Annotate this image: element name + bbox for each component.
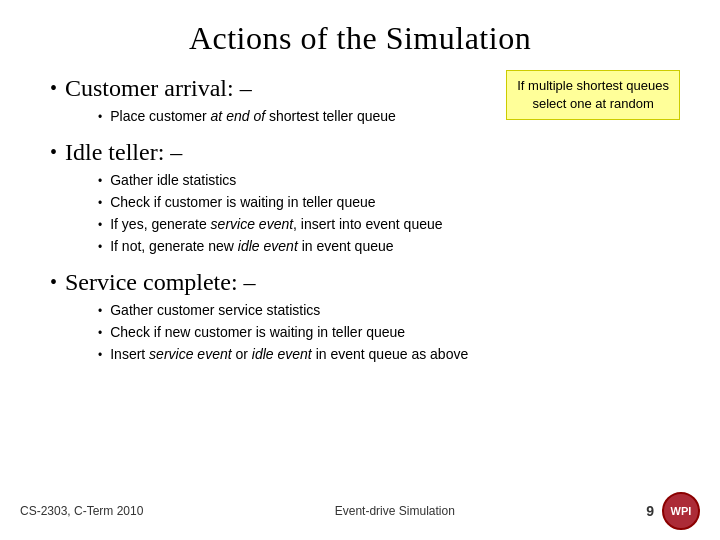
- section-service-complete: • Service complete: – • Gather customer …: [50, 269, 680, 365]
- section-header-customer: • Customer arrival: – If multiple shorte…: [50, 75, 680, 102]
- bullet-dot-customer: •: [50, 77, 57, 100]
- service-sub-1-text: Gather customer service statistics: [110, 300, 320, 321]
- main-content: • Customer arrival: – If multiple shorte…: [40, 75, 680, 365]
- service-sub-bullets: • Gather customer service statistics • C…: [98, 300, 680, 365]
- section-header-idle: • Idle teller: –: [50, 139, 680, 166]
- idle-teller-label: Idle teller: –: [65, 139, 182, 166]
- footer-course: CS-2303, C-Term 2010: [20, 504, 143, 518]
- service-sub-3: • Insert service event or idle event in …: [98, 344, 680, 365]
- service-complete-heading: • Service complete: –: [50, 269, 256, 296]
- idle-sub-2-text: Check if customer is waiting in teller q…: [110, 192, 375, 213]
- idle-sub-2: • Check if customer is waiting in teller…: [98, 192, 680, 213]
- bullet-dot-idle: •: [50, 141, 57, 164]
- idle-teller-heading: • Idle teller: –: [50, 139, 182, 166]
- customer-arrival-heading: • Customer arrival: –: [50, 75, 252, 102]
- callout-line2: select one at random: [532, 96, 653, 111]
- callout-line1: If multiple shortest queues: [517, 78, 669, 93]
- service-complete-label: Service complete: –: [65, 269, 256, 296]
- wpi-logo: WPI: [662, 492, 700, 530]
- service-sub-2: • Check if new customer is waiting in te…: [98, 322, 680, 343]
- idle-sub-1-text: Gather idle statistics: [110, 170, 236, 191]
- footer-right: 9 WPI: [646, 492, 700, 530]
- slide-title: Actions of the Simulation: [40, 20, 680, 57]
- service-sub-2-text: Check if new customer is waiting in tell…: [110, 322, 405, 343]
- idle-sub-bullets: • Gather idle statistics • Check if cust…: [98, 170, 680, 257]
- idle-sub-1: • Gather idle statistics: [98, 170, 680, 191]
- bullet-dot-service: •: [50, 271, 57, 294]
- section-customer-arrival: • Customer arrival: – If multiple shorte…: [50, 75, 680, 127]
- callout-box: If multiple shortest queues select one a…: [506, 70, 680, 120]
- section-header-service: • Service complete: –: [50, 269, 680, 296]
- page-number: 9: [646, 503, 654, 519]
- customer-arrival-label: Customer arrival: –: [65, 75, 252, 102]
- footer-topic: Event-drive Simulation: [335, 504, 455, 518]
- footer: CS-2303, C-Term 2010 Event-drive Simulat…: [0, 492, 720, 530]
- slide: Actions of the Simulation • Customer arr…: [0, 0, 720, 540]
- section-idle-teller: • Idle teller: – • Gather idle statistic…: [50, 139, 680, 257]
- idle-sub-3: • If yes, generate service event, insert…: [98, 214, 680, 235]
- service-sub-1: • Gather customer service statistics: [98, 300, 680, 321]
- idle-sub-4: • If not, generate new idle event in eve…: [98, 236, 680, 257]
